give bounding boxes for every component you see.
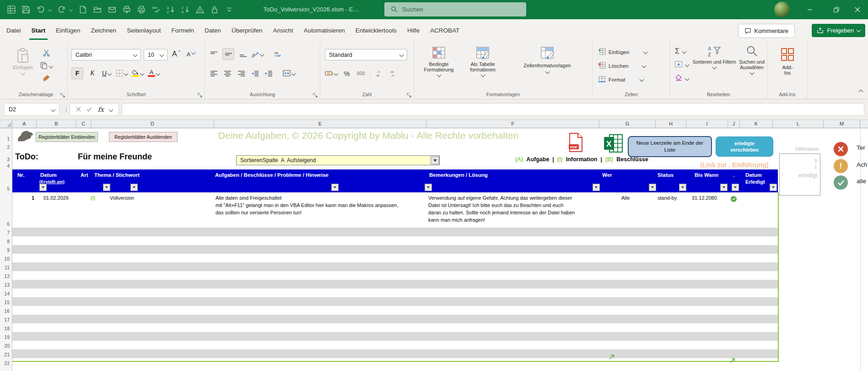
column-header-K[interactable]: K xyxy=(740,120,773,128)
autofilter-button[interactable] xyxy=(130,184,138,191)
copy-icon[interactable] xyxy=(40,62,48,70)
cell-wer[interactable]: Alle xyxy=(621,195,630,201)
font-color-button[interactable]: A xyxy=(148,67,160,79)
share-button[interactable]: Freigeben xyxy=(812,24,865,37)
insert-function-button[interactable]: fx xyxy=(98,106,104,113)
cell-bemerkungen[interactable]: Verwendung auf eigene Gefahr, Achtung da… xyxy=(428,194,575,224)
row-header-5[interactable]: 5 xyxy=(7,186,10,192)
clear-button[interactable] xyxy=(675,75,682,82)
spelling-check-icon[interactable]: abc xyxy=(152,5,160,14)
pdf-icon[interactable]: PDF xyxy=(568,132,583,154)
accounting-dropdown-icon[interactable] xyxy=(334,71,339,76)
font-name-select[interactable]: Calibri xyxy=(71,49,141,60)
addins-button[interactable]: Add-Ins xyxy=(778,47,797,76)
share-dropdown-icon[interactable] xyxy=(857,27,861,32)
orientation-button[interactable]: ab xyxy=(252,48,264,60)
minimize-button[interactable] xyxy=(799,0,820,19)
cell-styles-dropdown-icon[interactable] xyxy=(545,70,550,74)
find-select-button[interactable]: Suchen und Auswählen xyxy=(737,45,766,74)
conditional-formatting-dropdown-icon[interactable] xyxy=(437,73,441,77)
row-header-20[interactable]: 20 xyxy=(4,343,10,349)
row-header-9[interactable]: 9 xyxy=(7,247,10,253)
clear-dropdown-icon[interactable] xyxy=(685,76,690,81)
row-header-22[interactable]: 22 xyxy=(4,360,10,366)
increase-font-icon[interactable]: A^ xyxy=(171,48,181,60)
autofilter-button[interactable] xyxy=(331,184,339,191)
percent-style-button[interactable]: % xyxy=(342,67,352,79)
autofilter-button[interactable] xyxy=(732,184,739,191)
row-header-6[interactable]: 6 xyxy=(7,221,10,227)
column-header-J[interactable]: J xyxy=(728,120,740,128)
autofilter-button[interactable] xyxy=(593,184,600,191)
row-header-17[interactable]: 17 xyxy=(4,317,10,323)
cell-bis-wann[interactable]: 31.12.2080 xyxy=(692,195,717,201)
tab-start[interactable]: Start xyxy=(32,27,46,34)
tab-seitenlayout[interactable]: Seitenlayout xyxy=(127,27,161,34)
copy-dropdown-icon[interactable] xyxy=(49,64,54,68)
fill-button[interactable] xyxy=(675,61,682,68)
align-bottom-icon[interactable] xyxy=(238,48,248,60)
clipboard-dialog-launcher[interactable] xyxy=(60,91,65,96)
qat-more-icon[interactable] xyxy=(225,5,233,14)
delete-cells-dropdown-icon[interactable] xyxy=(642,64,647,68)
row-header-11[interactable]: 11 xyxy=(5,265,10,271)
fill-dropdown-icon[interactable] xyxy=(685,62,690,67)
align-center-icon[interactable] xyxy=(222,67,232,79)
row-header-15[interactable]: 15 xyxy=(4,300,10,306)
cell-styles-button[interactable]: Zellenformatvorlagen xyxy=(506,46,589,73)
autofilter-button[interactable] xyxy=(425,184,432,191)
column-header-C[interactable]: C xyxy=(76,120,91,128)
collapse-ribbon-icon[interactable] xyxy=(859,90,863,94)
cancel-icon[interactable] xyxy=(76,105,81,114)
insert-cells-dropdown-icon[interactable] xyxy=(643,50,648,55)
tab-acrobat[interactable]: ACROBAT xyxy=(430,27,459,34)
row-header-16[interactable]: 16 xyxy=(4,308,10,314)
row-header-18[interactable]: 18 xyxy=(4,326,10,332)
merge-center-button[interactable] xyxy=(283,67,295,79)
cell-nr[interactable]: 1 xyxy=(12,195,34,201)
tab-formeln[interactable]: Formeln xyxy=(171,27,194,34)
select-all-corner[interactable] xyxy=(0,120,12,128)
cell-aufgaben[interactable]: Alle daten sind Freigeschaltet mit "Alt+… xyxy=(216,194,398,216)
row-header-10[interactable]: 10 xyxy=(4,256,10,262)
close-button[interactable] xyxy=(847,0,868,19)
formula-bar-divider[interactable]: ⋮ xyxy=(63,106,69,113)
row-header-2[interactable]: 2 xyxy=(7,144,10,150)
column-header-G[interactable]: G xyxy=(599,120,656,128)
move-done-button[interactable]: erledigte verschieben xyxy=(716,136,773,157)
font-dialog-launcher[interactable] xyxy=(198,91,202,96)
merge-dropdown-icon[interactable] xyxy=(291,71,296,76)
autofilter-button[interactable] xyxy=(39,184,47,191)
align-top-icon[interactable] xyxy=(209,48,219,60)
tab-daten[interactable]: Daten xyxy=(205,27,221,34)
print-icon[interactable] xyxy=(137,5,146,14)
tab-entwicklertools[interactable]: Entwicklertools xyxy=(356,27,397,34)
format-painter-icon[interactable] xyxy=(43,74,50,83)
redo-icon[interactable] xyxy=(58,5,66,14)
column-header-H[interactable]: H xyxy=(656,120,686,128)
autofilter-button[interactable] xyxy=(649,184,656,191)
search-box[interactable]: Suchen xyxy=(384,2,526,16)
autofilter-button[interactable] xyxy=(720,184,728,191)
excel-file-icon[interactable]: X xyxy=(603,134,623,155)
number-dialog-launcher[interactable] xyxy=(407,91,411,96)
hide-sheets-button[interactable]: Registerblätter Ausblenden xyxy=(109,132,178,142)
row-header-3[interactable]: 3 xyxy=(7,157,10,163)
decrease-font-icon[interactable]: A xyxy=(186,48,196,60)
format-as-table-button[interactable]: Als Tabelle formatieren xyxy=(462,46,504,76)
tab-einfuegen[interactable]: Einfügen xyxy=(56,27,80,34)
autofilter-button[interactable] xyxy=(679,184,686,191)
fill-color-dropdown-icon[interactable] xyxy=(140,71,145,76)
column-header-L[interactable]: L xyxy=(773,120,824,128)
undo-dropdown-icon[interactable] xyxy=(48,8,52,11)
orientation-dropdown-icon[interactable] xyxy=(260,52,264,56)
fx-dropdown-icon[interactable] xyxy=(109,107,113,112)
format-as-table-dropdown-icon[interactable] xyxy=(480,73,485,77)
comments-button[interactable]: Kommentare xyxy=(738,24,795,38)
column-header-B[interactable]: B xyxy=(37,120,76,128)
autosum-dropdown-icon[interactable] xyxy=(682,49,686,54)
italic-button[interactable]: K xyxy=(87,67,97,79)
intro-link[interactable]: (Link zur . Einführung) xyxy=(692,161,777,169)
accounting-format-icon[interactable] xyxy=(325,67,338,79)
tab-datei[interactable]: Datei xyxy=(6,27,21,34)
